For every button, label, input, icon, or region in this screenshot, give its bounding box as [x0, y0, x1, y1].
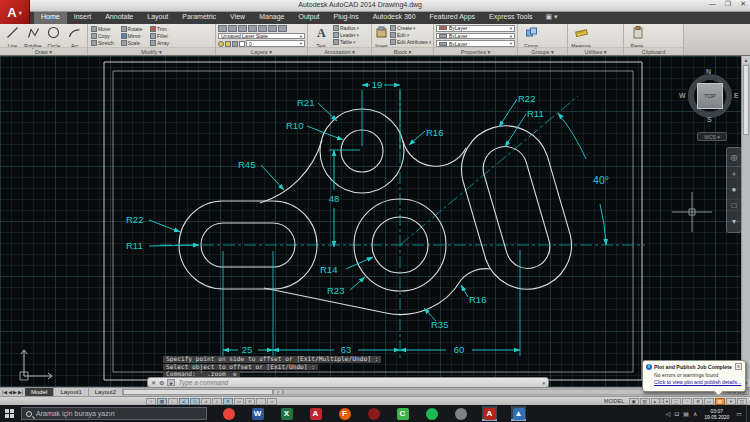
ribbon-tab-annotate[interactable]: Annotate: [98, 12, 140, 24]
drawing-canvas[interactable]: [0, 56, 750, 387]
ribbon-tab-parametric[interactable]: Parametric: [175, 12, 223, 24]
model-space-label[interactable]: MODEL: [604, 398, 625, 404]
current-layer-dropdown[interactable]: 0▾: [246, 40, 305, 47]
panel-label-modify[interactable]: Modify ▾: [88, 47, 215, 55]
maximize-button[interactable]: ❐: [725, 0, 731, 8]
circle-button[interactable]: Circle: [45, 25, 64, 47]
tray-volume-icon[interactable]: ◁: [666, 410, 671, 417]
ribbon-state-icon[interactable]: ▣ ▾: [540, 12, 564, 24]
layer-match-icon[interactable]: [268, 25, 277, 32]
status-toggle-ducs-icon[interactable]: ⊥: [212, 398, 222, 405]
layer-isolate-icon[interactable]: [238, 25, 247, 32]
group-button[interactable]: Group: [521, 25, 541, 47]
status-plot-notify-icon[interactable]: ▤: [715, 398, 725, 405]
status-toggle-lwt-icon[interactable]: ▭: [234, 398, 244, 405]
edit-attributes-button[interactable]: Edit Attributes ▾: [389, 39, 432, 45]
taskbar-clock[interactable]: 03:07 19.05.2020: [701, 408, 732, 420]
tray-screenshot-icon[interactable]: ⊡: [674, 410, 679, 417]
bulb-icon[interactable]: [218, 41, 224, 47]
close-button[interactable]: ✕: [740, 0, 746, 8]
taskbar-app-photos-icon[interactable]: ▲: [511, 406, 526, 421]
viewcube[interactable]: N W S E TOP: [682, 70, 740, 128]
viewcube-east[interactable]: E: [734, 92, 739, 99]
status-autoscale-icon[interactable]: ◔: [682, 398, 692, 405]
copy-button[interactable]: Copy ·: [90, 32, 118, 39]
fillet-button[interactable]: Fillet ·: [149, 32, 177, 39]
status-workspace-icon[interactable]: ⚙: [693, 398, 703, 405]
application-menu-button[interactable]: A▾: [0, 0, 30, 24]
trim-button[interactable]: Trim ·: [149, 25, 177, 32]
taskbar-app-gray-circle-app-icon[interactable]: [453, 406, 468, 421]
layer-prev-icon[interactable]: [278, 25, 287, 32]
sun-icon[interactable]: [225, 41, 231, 47]
command-input[interactable]: Type a command: [178, 379, 228, 386]
layer-properties-icon[interactable]: [218, 25, 227, 32]
ribbon-tab-output[interactable]: Output: [291, 12, 326, 24]
leader-button[interactable]: Leader ▾: [332, 32, 360, 38]
taskbar-app-excel-icon[interactable]: X: [279, 406, 294, 421]
status-toggle-polar-icon[interactable]: ∠: [179, 398, 189, 405]
polyline-button[interactable]: Polyline: [24, 25, 43, 47]
status-toggle-ortho-icon[interactable]: ∟: [168, 398, 178, 405]
navigation-bar[interactable]: ◎＋●□▾: [726, 147, 742, 233]
layer-state-dropdown[interactable]: Unsaved Layer State▾: [218, 33, 305, 39]
paste-button[interactable]: Paste: [627, 25, 647, 47]
move-button[interactable]: Move ·: [90, 25, 118, 32]
insert-button[interactable]: Insert: [375, 25, 388, 47]
panel-label-groups[interactable]: Groups ▾: [518, 47, 567, 55]
text-button[interactable]: A Text: [311, 25, 331, 47]
panel-label-layers[interactable]: Layers ▾: [216, 47, 307, 55]
layer-off-icon[interactable]: [228, 25, 237, 32]
vertical-scroll-thumb[interactable]: [743, 65, 749, 135]
zoom-icon[interactable]: ●: [732, 186, 737, 194]
notification-link[interactable]: Click to view plot and publish details..…: [654, 379, 742, 385]
showmotion-icon[interactable]: ▾: [732, 218, 736, 226]
panel-label-block[interactable]: Block ▾: [372, 47, 433, 55]
panel-label-draw[interactable]: Draw ▾: [0, 47, 87, 55]
status-model-space-icon[interactable]: ▣: [629, 398, 639, 405]
steering-wheel-icon[interactable]: ◎: [731, 154, 738, 162]
panel-label-properties[interactable]: Properties ▾: [434, 47, 517, 55]
status-cleanscreen-icon[interactable]: ◫: [737, 398, 747, 405]
taskbar-app-word-icon[interactable]: W: [250, 406, 265, 421]
orbit-icon[interactable]: □: [732, 202, 737, 210]
arc-button[interactable]: Arc: [65, 25, 84, 47]
layer-lock-icon[interactable]: [258, 25, 267, 32]
ribbon-tab-express-tools[interactable]: Express Tools: [482, 12, 539, 24]
ribbon-tab-featured-apps[interactable]: Featured Apps: [423, 12, 483, 24]
taskbar-app-camtasia-icon[interactable]: C: [395, 406, 410, 421]
start-button[interactable]: [0, 405, 18, 422]
ribbon-tab-autodesk-360[interactable]: Autodesk 360: [366, 12, 423, 24]
status-toggle-sc-icon[interactable]: ▱: [267, 398, 277, 405]
notification-center-icon[interactable]: ▭: [736, 410, 742, 417]
horizontal-scroll-thumb[interactable]: [123, 389, 273, 395]
measure-button[interactable]: Measure: [571, 25, 591, 47]
status-toggle-osnap-icon[interactable]: ◇: [190, 398, 200, 405]
bylayer-dropdown-2[interactable]: ByLayer▾: [436, 40, 515, 47]
scroll-up-icon[interactable]: ▲: [742, 56, 750, 64]
array-button[interactable]: Array ·: [149, 40, 177, 47]
pan-icon[interactable]: ＋: [730, 170, 738, 178]
vertical-scrollbar[interactable]: ▲ ▼: [741, 56, 750, 387]
command-recent-icon[interactable]: ▾: [542, 380, 545, 386]
edit-button[interactable]: Edit ▾: [389, 32, 432, 38]
rotate-button[interactable]: Rotate ·: [120, 25, 148, 32]
taskbar-app-spotify-icon[interactable]: [424, 406, 439, 421]
minimize-button[interactable]: —: [709, 0, 716, 8]
mirror-button[interactable]: Mirror ·: [120, 32, 148, 39]
layer-color-swatch[interactable]: [239, 41, 245, 47]
panel-label-utilities[interactable]: Utilities ▾: [568, 47, 623, 55]
tab-layout1[interactable]: Layout1: [54, 388, 87, 396]
taskbar-app-autocad-icon[interactable]: A: [482, 406, 497, 421]
show-desktop-button[interactable]: [746, 405, 748, 422]
status-toggle-qp-icon[interactable]: ↔: [256, 398, 266, 405]
bylayer-dropdown-0[interactable]: ByLayer▾: [436, 25, 515, 32]
stretch-button[interactable]: Stretch ·: [90, 40, 118, 47]
viewcube-west[interactable]: W: [679, 92, 686, 99]
command-close-icon[interactable]: ✕: [151, 379, 156, 386]
taskbar-app-acrobat-icon[interactable]: A: [308, 406, 323, 421]
command-customize-icon[interactable]: ⚙: [159, 379, 164, 386]
line-button[interactable]: Line: [3, 25, 22, 47]
bylayer-dropdown-1[interactable]: ByLayer▾: [436, 33, 515, 40]
status-annotation-visibility-icon[interactable]: ◻: [671, 398, 681, 405]
